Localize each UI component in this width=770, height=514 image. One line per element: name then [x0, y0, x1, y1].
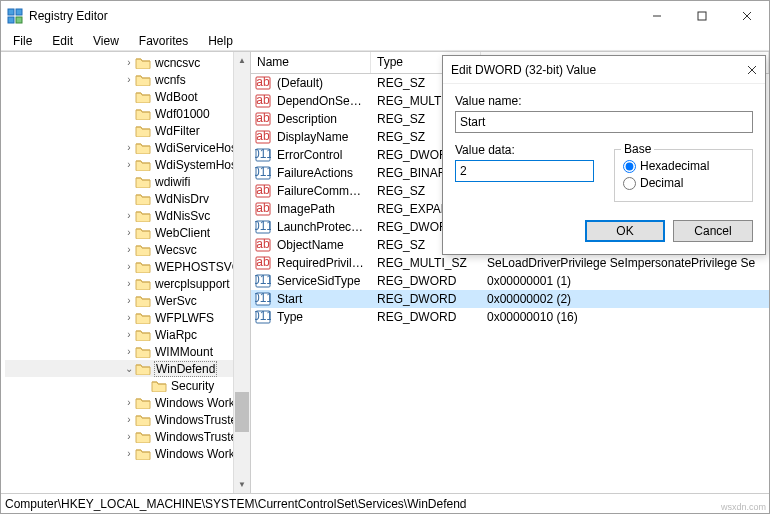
tree-item[interactable]: ›WdiSystemHost: [5, 156, 250, 173]
radio-dec-input[interactable]: [623, 177, 636, 190]
expand-icon[interactable]: ›: [123, 159, 135, 170]
cell-name: Type: [271, 310, 371, 324]
dialog-close-button[interactable]: [747, 65, 757, 75]
tree-item[interactable]: ›Wecsvc: [5, 241, 250, 258]
list-row[interactable]: 011TypeREG_DWORD0x00000010 (16): [251, 308, 769, 326]
expand-icon[interactable]: ›: [123, 142, 135, 153]
close-button[interactable]: [724, 1, 769, 31]
svg-text:ab: ab: [256, 202, 270, 215]
cancel-button[interactable]: Cancel: [673, 220, 753, 242]
tree-item[interactable]: ›wcnfs: [5, 71, 250, 88]
tree-item[interactable]: ›Windows Workfl: [5, 394, 250, 411]
titlebar: Registry Editor: [1, 1, 769, 31]
tree-item[interactable]: Security: [5, 377, 250, 394]
scroll-thumb[interactable]: [235, 392, 249, 432]
expand-icon[interactable]: ›: [123, 312, 135, 323]
expand-icon[interactable]: ›: [123, 57, 135, 68]
menu-edit[interactable]: Edit: [44, 32, 81, 50]
list-row[interactable]: 011StartREG_DWORD0x00000002 (2): [251, 290, 769, 308]
folder-icon: [135, 328, 151, 341]
expand-icon[interactable]: ›: [123, 295, 135, 306]
expand-icon[interactable]: ›: [123, 329, 135, 340]
expand-icon[interactable]: ›: [123, 227, 135, 238]
menu-file[interactable]: File: [5, 32, 40, 50]
radio-decimal[interactable]: Decimal: [623, 176, 744, 190]
column-name[interactable]: Name: [251, 52, 371, 73]
tree-item[interactable]: ›WindowsTrusted: [5, 411, 250, 428]
tree-item[interactable]: ›WFPLWFS: [5, 309, 250, 326]
expand-icon[interactable]: ›: [123, 261, 135, 272]
radio-hex-input[interactable]: [623, 160, 636, 173]
tree-item[interactable]: ›WerSvc: [5, 292, 250, 309]
minimize-button[interactable]: [634, 1, 679, 31]
reg-sz-icon: ab: [255, 202, 271, 216]
valuedata-input[interactable]: [455, 160, 594, 182]
cell-type: REG_DWORD: [371, 310, 481, 324]
tree-item[interactable]: ›WebClient: [5, 224, 250, 241]
tree-item-label: WdNisSvc: [154, 209, 211, 223]
tree-item[interactable]: WdNisDrv: [5, 190, 250, 207]
tree-item[interactable]: ›WdiServiceHost: [5, 139, 250, 156]
expand-icon[interactable]: ›: [123, 210, 135, 221]
tree-item-label: WdFilter: [154, 124, 201, 138]
reg-dword-icon: 011: [255, 310, 271, 324]
tree-item-label: WiaRpc: [154, 328, 198, 342]
tree-item[interactable]: WdFilter: [5, 122, 250, 139]
folder-icon: [135, 226, 151, 239]
scroll-down-icon[interactable]: ▼: [234, 476, 250, 493]
tree-item[interactable]: ›WIMMount: [5, 343, 250, 360]
tree-item[interactable]: ›WiaRpc: [5, 326, 250, 343]
maximize-button[interactable]: [679, 1, 724, 31]
expand-icon[interactable]: ›: [123, 74, 135, 85]
expand-icon[interactable]: ›: [123, 346, 135, 357]
tree-item-label: Windows Workfl: [154, 447, 242, 461]
tree-item[interactable]: ⌄WinDefend: [5, 360, 250, 377]
reg-sz-icon: ab: [255, 112, 271, 126]
list-row[interactable]: abRequiredPrivile...REG_MULTI_SZSeLoadDr…: [251, 254, 769, 272]
svg-rect-0: [8, 9, 14, 15]
expand-icon[interactable]: ›: [123, 448, 135, 459]
scroll-up-icon[interactable]: ▲: [234, 52, 250, 69]
tree-item[interactable]: Wdf01000: [5, 105, 250, 122]
expand-icon[interactable]: ›: [123, 244, 135, 255]
tree-item[interactable]: wdiwifi: [5, 173, 250, 190]
dialog-titlebar: Edit DWORD (32-bit) Value: [443, 56, 765, 84]
tree-item-label: WFPLWFS: [154, 311, 215, 325]
tree-item[interactable]: WdBoot: [5, 88, 250, 105]
menu-help[interactable]: Help: [200, 32, 241, 50]
cell-name: ObjectName: [271, 238, 371, 252]
tree-item[interactable]: ›WdNisSvc: [5, 207, 250, 224]
ok-button[interactable]: OK: [585, 220, 665, 242]
tree-item[interactable]: ›Windows Workfl: [5, 445, 250, 462]
folder-icon: [135, 56, 151, 69]
menu-view[interactable]: View: [85, 32, 127, 50]
list-row[interactable]: 011ServiceSidTypeREG_DWORD0x00000001 (1): [251, 272, 769, 290]
tree-item[interactable]: ›WindowsTrusted: [5, 428, 250, 445]
tree-item[interactable]: ›wcncsvc: [5, 54, 250, 71]
valuename-input[interactable]: [455, 111, 753, 133]
folder-icon: [135, 430, 151, 443]
tree-item-label: Security: [170, 379, 215, 393]
collapse-icon[interactable]: ⌄: [123, 363, 135, 374]
tree-item-label: WdiSystemHost: [154, 158, 241, 172]
menu-favorites[interactable]: Favorites: [131, 32, 196, 50]
tree-item-label: wcnfs: [154, 73, 187, 87]
reg-dword-icon: 011: [255, 148, 271, 162]
radio-hexadecimal[interactable]: Hexadecimal: [623, 159, 744, 173]
radio-dec-label: Decimal: [640, 176, 683, 190]
tree-item[interactable]: ›wercplsupport: [5, 275, 250, 292]
reg-sz-icon: ab: [255, 130, 271, 144]
reg-dword-icon: 011: [255, 166, 271, 180]
expand-icon[interactable]: ›: [123, 431, 135, 442]
svg-rect-3: [16, 17, 22, 23]
tree-item[interactable]: ›WEPHOSTSVC: [5, 258, 250, 275]
tree-pane: ›wcncsvc›wcnfsWdBootWdf01000WdFilter›Wdi…: [1, 52, 251, 493]
reg-sz-icon: ab: [255, 94, 271, 108]
reg-sz-icon: ab: [255, 256, 271, 270]
expand-icon[interactable]: ›: [123, 278, 135, 289]
folder-icon: [135, 447, 151, 460]
expand-icon[interactable]: ›: [123, 397, 135, 408]
tree-scrollbar[interactable]: ▲ ▼: [233, 52, 250, 493]
cell-type: REG_MULTI_SZ: [371, 256, 481, 270]
expand-icon[interactable]: ›: [123, 414, 135, 425]
